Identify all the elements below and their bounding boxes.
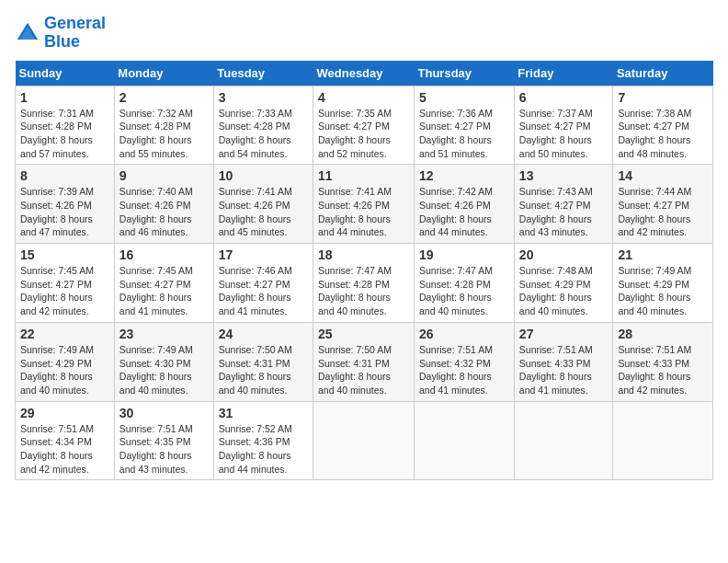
calendar-table: SundayMondayTuesdayWednesdayThursdayFrid… xyxy=(15,61,713,481)
day-cell-29: 29Sunrise: 7:51 AMSunset: 4:34 PMDayligh… xyxy=(16,401,115,480)
calendar-week-3: 15Sunrise: 7:45 AMSunset: 4:27 PMDayligh… xyxy=(16,244,713,323)
day-number: 15 xyxy=(20,247,109,262)
col-header-monday: Monday xyxy=(114,61,213,86)
day-number: 26 xyxy=(419,327,509,341)
day-cell-19: 19Sunrise: 7:47 AMSunset: 4:28 PMDayligh… xyxy=(415,244,515,323)
empty-cell xyxy=(613,401,713,480)
day-number: 6 xyxy=(519,90,609,105)
day-number: 2 xyxy=(119,90,209,105)
empty-cell xyxy=(313,401,415,480)
day-number: 23 xyxy=(119,327,209,341)
day-info: Sunrise: 7:40 AMSunset: 4:26 PMDaylight:… xyxy=(119,185,209,239)
col-header-wednesday: Wednesday xyxy=(313,61,415,86)
day-info: Sunrise: 7:51 AMSunset: 4:34 PMDaylight:… xyxy=(20,422,109,477)
day-info: Sunrise: 7:43 AMSunset: 4:27 PMDaylight:… xyxy=(519,185,609,239)
day-cell-18: 18Sunrise: 7:47 AMSunset: 4:28 PMDayligh… xyxy=(313,244,415,323)
day-info: Sunrise: 7:44 AMSunset: 4:27 PMDaylight:… xyxy=(618,185,708,239)
logo-text: General Blue xyxy=(44,15,106,52)
day-number: 4 xyxy=(318,90,409,105)
day-cell-17: 17Sunrise: 7:46 AMSunset: 4:27 PMDayligh… xyxy=(213,244,313,323)
day-cell-6: 6Sunrise: 7:37 AMSunset: 4:27 PMDaylight… xyxy=(514,86,613,165)
day-number: 30 xyxy=(119,406,209,420)
col-header-tuesday: Tuesday xyxy=(213,61,313,86)
day-info: Sunrise: 7:33 AMSunset: 4:28 PMDaylight:… xyxy=(219,107,308,161)
day-cell-7: 7Sunrise: 7:38 AMSunset: 4:27 PMDaylight… xyxy=(613,86,713,165)
day-info: Sunrise: 7:36 AMSunset: 4:27 PMDaylight:… xyxy=(419,107,509,161)
day-cell-26: 26Sunrise: 7:51 AMSunset: 4:32 PMDayligh… xyxy=(415,322,515,401)
logo-icon xyxy=(15,20,40,46)
day-info: Sunrise: 7:49 AMSunset: 4:29 PMDaylight:… xyxy=(618,264,708,318)
day-info: Sunrise: 7:45 AMSunset: 4:27 PMDaylight:… xyxy=(119,264,209,318)
empty-cell xyxy=(514,401,613,480)
day-info: Sunrise: 7:51 AMSunset: 4:35 PMDaylight:… xyxy=(119,422,209,477)
empty-cell xyxy=(415,401,515,480)
day-cell-1: 1Sunrise: 7:31 AMSunset: 4:28 PMDaylight… xyxy=(16,86,115,165)
day-cell-23: 23Sunrise: 7:49 AMSunset: 4:30 PMDayligh… xyxy=(114,322,213,401)
day-cell-25: 25Sunrise: 7:50 AMSunset: 4:31 PMDayligh… xyxy=(313,322,415,401)
day-info: Sunrise: 7:39 AMSunset: 4:26 PMDaylight:… xyxy=(20,185,109,239)
day-cell-21: 21Sunrise: 7:49 AMSunset: 4:29 PMDayligh… xyxy=(613,244,713,323)
day-number: 12 xyxy=(419,168,509,183)
day-number: 19 xyxy=(419,247,509,262)
day-cell-20: 20Sunrise: 7:48 AMSunset: 4:29 PMDayligh… xyxy=(514,244,613,323)
calendar-week-2: 8Sunrise: 7:39 AMSunset: 4:26 PMDaylight… xyxy=(16,165,713,244)
day-cell-9: 9Sunrise: 7:40 AMSunset: 4:26 PMDaylight… xyxy=(114,165,213,244)
day-number: 3 xyxy=(219,90,308,105)
day-info: Sunrise: 7:31 AMSunset: 4:28 PMDaylight:… xyxy=(20,107,109,161)
day-info: Sunrise: 7:49 AMSunset: 4:30 PMDaylight:… xyxy=(119,343,209,397)
day-info: Sunrise: 7:32 AMSunset: 4:28 PMDaylight:… xyxy=(119,107,209,161)
day-number: 9 xyxy=(119,168,209,183)
day-number: 20 xyxy=(519,247,609,262)
day-number: 18 xyxy=(318,247,409,262)
calendar-week-4: 22Sunrise: 7:49 AMSunset: 4:29 PMDayligh… xyxy=(16,322,713,401)
day-info: Sunrise: 7:51 AMSunset: 4:32 PMDaylight:… xyxy=(419,343,509,397)
day-number: 1 xyxy=(20,90,109,105)
day-info: Sunrise: 7:48 AMSunset: 4:29 PMDaylight:… xyxy=(519,264,609,318)
day-cell-5: 5Sunrise: 7:36 AMSunset: 4:27 PMDaylight… xyxy=(415,86,515,165)
logo: General Blue xyxy=(15,15,106,52)
day-cell-3: 3Sunrise: 7:33 AMSunset: 4:28 PMDaylight… xyxy=(213,86,313,165)
col-header-saturday: Saturday xyxy=(613,61,713,86)
day-number: 29 xyxy=(20,406,109,420)
day-number: 21 xyxy=(618,247,708,262)
day-cell-11: 11Sunrise: 7:41 AMSunset: 4:26 PMDayligh… xyxy=(313,165,415,244)
day-info: Sunrise: 7:42 AMSunset: 4:26 PMDaylight:… xyxy=(419,185,509,239)
day-cell-27: 27Sunrise: 7:51 AMSunset: 4:33 PMDayligh… xyxy=(514,322,613,401)
day-number: 10 xyxy=(219,168,308,183)
day-cell-31: 31Sunrise: 7:52 AMSunset: 4:36 PMDayligh… xyxy=(213,401,313,480)
day-cell-30: 30Sunrise: 7:51 AMSunset: 4:35 PMDayligh… xyxy=(114,401,213,480)
page-header: General Blue xyxy=(15,15,713,52)
calendar-week-5: 29Sunrise: 7:51 AMSunset: 4:34 PMDayligh… xyxy=(16,401,713,480)
day-cell-13: 13Sunrise: 7:43 AMSunset: 4:27 PMDayligh… xyxy=(514,165,613,244)
day-number: 13 xyxy=(519,168,609,183)
day-info: Sunrise: 7:35 AMSunset: 4:27 PMDaylight:… xyxy=(318,107,409,161)
day-cell-24: 24Sunrise: 7:50 AMSunset: 4:31 PMDayligh… xyxy=(213,322,313,401)
day-number: 14 xyxy=(618,168,708,183)
day-cell-8: 8Sunrise: 7:39 AMSunset: 4:26 PMDaylight… xyxy=(16,165,115,244)
day-info: Sunrise: 7:51 AMSunset: 4:33 PMDaylight:… xyxy=(618,343,708,397)
day-number: 28 xyxy=(618,327,708,341)
day-info: Sunrise: 7:47 AMSunset: 4:28 PMDaylight:… xyxy=(318,264,409,318)
day-info: Sunrise: 7:38 AMSunset: 4:27 PMDaylight:… xyxy=(618,107,708,161)
day-cell-16: 16Sunrise: 7:45 AMSunset: 4:27 PMDayligh… xyxy=(114,244,213,323)
day-cell-2: 2Sunrise: 7:32 AMSunset: 4:28 PMDaylight… xyxy=(114,86,213,165)
day-info: Sunrise: 7:52 AMSunset: 4:36 PMDaylight:… xyxy=(219,422,308,477)
day-cell-12: 12Sunrise: 7:42 AMSunset: 4:26 PMDayligh… xyxy=(415,165,515,244)
day-info: Sunrise: 7:50 AMSunset: 4:31 PMDaylight:… xyxy=(219,343,308,397)
day-info: Sunrise: 7:37 AMSunset: 4:27 PMDaylight:… xyxy=(519,107,609,161)
day-cell-14: 14Sunrise: 7:44 AMSunset: 4:27 PMDayligh… xyxy=(613,165,713,244)
day-number: 11 xyxy=(318,168,409,183)
day-info: Sunrise: 7:41 AMSunset: 4:26 PMDaylight:… xyxy=(219,185,308,239)
calendar-week-1: 1Sunrise: 7:31 AMSunset: 4:28 PMDaylight… xyxy=(16,86,713,165)
day-cell-10: 10Sunrise: 7:41 AMSunset: 4:26 PMDayligh… xyxy=(213,165,313,244)
day-cell-15: 15Sunrise: 7:45 AMSunset: 4:27 PMDayligh… xyxy=(16,244,115,323)
day-number: 7 xyxy=(618,90,708,105)
day-number: 24 xyxy=(219,327,308,341)
day-number: 25 xyxy=(318,327,409,341)
day-info: Sunrise: 7:41 AMSunset: 4:26 PMDaylight:… xyxy=(318,185,409,239)
col-header-thursday: Thursday xyxy=(415,61,515,86)
day-number: 31 xyxy=(219,406,308,420)
day-info: Sunrise: 7:45 AMSunset: 4:27 PMDaylight:… xyxy=(20,264,109,318)
day-info: Sunrise: 7:51 AMSunset: 4:33 PMDaylight:… xyxy=(519,343,609,397)
day-info: Sunrise: 7:50 AMSunset: 4:31 PMDaylight:… xyxy=(318,343,409,397)
